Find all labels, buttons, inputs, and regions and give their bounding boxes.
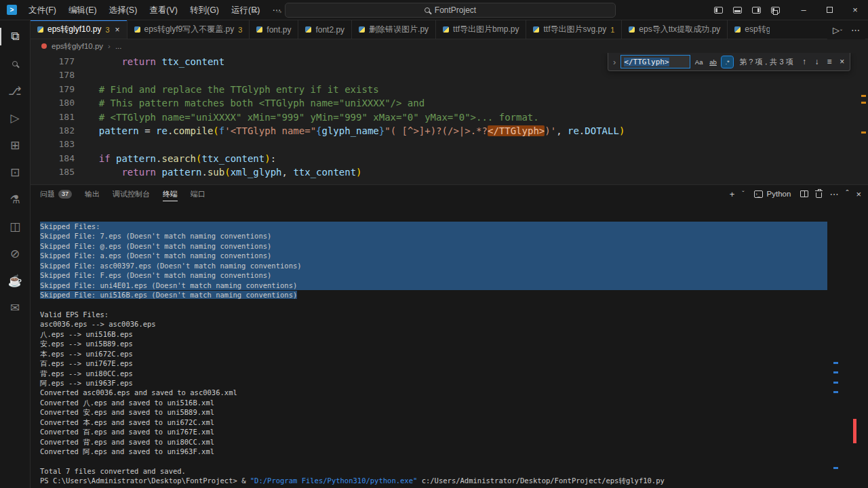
menu-item[interactable]: 转到(G) xyxy=(184,0,225,20)
menu-item[interactable]: 查看(V) xyxy=(143,0,184,20)
python-file-icon xyxy=(305,26,311,33)
new-terminal-icon[interactable]: + xyxy=(730,189,735,199)
terminal-line: 本.eps --> uni672C.eps xyxy=(40,349,868,359)
find-input[interactable]: </TTGlyph> xyxy=(620,55,690,68)
close-window-button[interactable]: × xyxy=(842,0,868,20)
minimize-button[interactable]: – xyxy=(791,0,816,20)
search-icon[interactable] xyxy=(0,50,31,77)
menu-item[interactable]: 文件(F) xyxy=(22,0,62,20)
terminal-decoration-mark xyxy=(833,362,838,364)
chevron-right-icon: › xyxy=(108,42,111,50)
terminal-line: Skipped File: F.eps (Doesn't match namin… xyxy=(40,270,827,280)
run-python-file-button[interactable]: ▷ ˇ xyxy=(833,25,842,35)
toggle-replace-icon[interactable]: › xyxy=(611,57,618,67)
code-text: # <TTGlyph name="uniXXXX" xMin="999" yMi… xyxy=(75,110,539,124)
run-dropdown-icon[interactable]: ˇ xyxy=(840,28,842,35)
panel-tab[interactable]: 调试控制台 xyxy=(113,185,150,203)
panel-tab[interactable]: 终端 xyxy=(163,185,178,203)
tab-label: esp转glyf... xyxy=(745,24,770,35)
find-next-icon[interactable]: ↓ xyxy=(812,57,822,66)
terminal-output[interactable]: Skipped Files:Skipped File: 7.eps (Doesn… xyxy=(31,203,868,488)
remote-explorer-icon[interactable]: ⊡ xyxy=(0,159,31,186)
code-line: 182 pattern = re.compile(f'<TTGlyph name… xyxy=(31,124,868,138)
code-text: pattern = re.compile(f'<TTGlyph name="{g… xyxy=(75,124,625,138)
menu-item[interactable]: 选择(S) xyxy=(103,0,144,20)
testing-icon[interactable]: ⚗ xyxy=(0,186,31,213)
notebook-icon[interactable]: ◫ xyxy=(0,213,31,240)
code-line: 179 # Find and replace the TTGlyph entry… xyxy=(31,83,868,96)
toggle-secondary-sidebar-icon[interactable] xyxy=(752,7,761,14)
find-previous-icon[interactable]: ↑ xyxy=(800,57,810,66)
regex-icon[interactable]: .* xyxy=(722,56,733,68)
terminal-profile-dropdown-icon[interactable]: ˇ xyxy=(742,190,744,198)
close-find-icon[interactable]: × xyxy=(837,57,847,66)
editor-more-actions-icon[interactable]: ⋯ xyxy=(851,25,860,35)
tab-label: 删除错误图片.py xyxy=(369,24,429,35)
editor-tab[interactable]: ttf导出图片bmp.py xyxy=(436,20,526,39)
panel-tab-label: 调试控制台 xyxy=(113,189,150,199)
menu-item[interactable]: 编辑(E) xyxy=(62,0,103,20)
maximize-panel-icon[interactable]: ˆ xyxy=(846,189,848,199)
overview-find-mark xyxy=(861,102,866,104)
find-in-selection-icon[interactable]: ≡ xyxy=(825,57,835,66)
panel-tab[interactable]: 问题37 xyxy=(40,185,72,203)
panel-more-actions-icon[interactable]: ⋯ xyxy=(829,189,838,199)
python-file-icon xyxy=(533,26,539,33)
forward-icon[interactable]: → xyxy=(274,5,283,16)
editor-tab[interactable]: eps转glyf10.py3× xyxy=(31,20,127,39)
terminal-decoration-mark xyxy=(833,371,838,373)
python-file-icon xyxy=(37,26,43,33)
live-share-icon[interactable]: ☕ xyxy=(0,267,31,294)
panel-tab[interactable]: 输出 xyxy=(85,185,100,203)
editor-tab[interactable]: font2.py xyxy=(298,20,352,39)
line-number: 182 xyxy=(31,124,75,138)
panel-tab-label: 问题 xyxy=(40,189,55,199)
close-tab-icon[interactable]: × xyxy=(115,25,120,35)
toggle-sidebar-icon[interactable] xyxy=(714,7,723,14)
maximize-button[interactable] xyxy=(816,0,842,20)
breadcrumb-file[interactable]: eps转glyf10.py xyxy=(52,41,103,52)
command-center-search[interactable]: FontProject xyxy=(285,3,616,18)
split-terminal-icon[interactable] xyxy=(800,190,808,197)
match-case-icon[interactable]: Aa xyxy=(693,56,705,68)
whole-word-icon[interactable]: ab xyxy=(707,56,719,68)
editor-tab[interactable]: eps导入ttx提取成功.py xyxy=(622,20,728,39)
explorer-icon[interactable]: ⧉ xyxy=(0,23,31,50)
vscode-window: > 文件(F)编辑(E)选择(S)查看(V)转到(G)运行(R)⋯ ← → Fo… xyxy=(0,0,868,488)
line-number: 185 xyxy=(31,165,75,179)
editor-tab[interactable]: 删除错误图片.py xyxy=(352,20,436,39)
panel-toolbar: + ˇ ›_ Python ⋯ ˆ × xyxy=(730,185,861,203)
toggle-panel-icon[interactable] xyxy=(733,7,742,14)
panel-tab[interactable]: 端口 xyxy=(191,185,205,203)
tab-problems-badge: 3 xyxy=(105,26,109,34)
terminal-line: Skipped File: a.eps (Doesn't match namin… xyxy=(40,251,827,260)
layout-controls xyxy=(714,7,780,14)
customize-layout-icon[interactable] xyxy=(771,7,780,14)
tab-label: ttf导出图片bmp.py xyxy=(453,24,519,35)
terminal-line: Skipped Files: xyxy=(40,222,827,231)
chat-icon[interactable]: ✉ xyxy=(0,294,31,321)
editor-tab[interactable]: esp转glyf... xyxy=(728,20,770,39)
source-control-icon[interactable]: ⎇ xyxy=(0,77,31,104)
editor-tab[interactable]: eps转glyf9写入不覆盖.py3 xyxy=(127,20,250,39)
terminal-profile-label: Python xyxy=(767,190,791,198)
terminal-tab-python[interactable]: ›_ Python xyxy=(754,190,791,198)
component-icon[interactable]: ⊘ xyxy=(0,240,31,267)
bottom-panel: 问题37输出调试控制台终端端口 + ˇ ›_ Python ⋯ ˆ × Skip… xyxy=(31,184,868,488)
code-line: 180 # This pattern matches both <TTGlyph… xyxy=(31,96,868,110)
extensions-icon[interactable]: ⊞ xyxy=(0,131,31,159)
kill-terminal-icon[interactable] xyxy=(816,192,822,198)
overview-find-mark xyxy=(861,131,866,134)
close-panel-icon[interactable]: × xyxy=(856,189,861,199)
tab-label: eps转glyf9写入不覆盖.py xyxy=(144,24,235,35)
breadcrumb-more[interactable]: ... xyxy=(115,42,122,50)
python-file-icon xyxy=(629,26,635,33)
line-number: 177 xyxy=(31,55,75,68)
back-icon[interactable]: ← xyxy=(251,5,260,16)
code-editor[interactable]: 177 return ttx_content178179 # Find and … xyxy=(31,53,868,184)
terminal-line: Converted 八.eps and saved to uni516B.xml xyxy=(40,398,868,407)
editor-tab[interactable]: font.py xyxy=(250,20,298,39)
file-status-icon xyxy=(41,43,47,49)
run-and-debug-icon[interactable]: ▷ xyxy=(0,104,31,131)
editor-tab[interactable]: ttf导出图片svg.py1 xyxy=(526,20,622,39)
